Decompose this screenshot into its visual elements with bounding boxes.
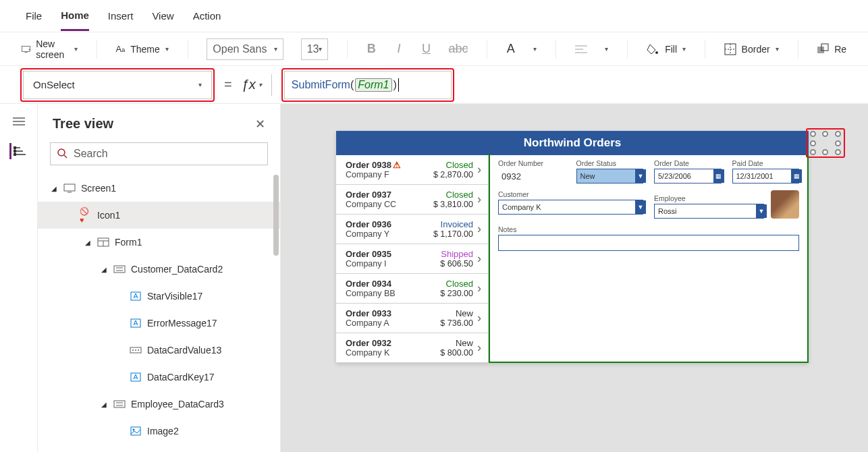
tree-item-errormessage17[interactable]: ErrorMessage17 bbox=[38, 310, 280, 337]
menu-insert[interactable]: Insert bbox=[108, 2, 134, 30]
expand-toggle[interactable]: ◢ bbox=[100, 401, 108, 408]
divider bbox=[347, 40, 348, 59]
divider bbox=[487, 40, 487, 59]
main: Tree view ✕ Search ◢Screen1🚫♥Icon1◢Form1… bbox=[0, 104, 868, 452]
warning-icon: ⚠ bbox=[393, 160, 401, 170]
order-number-value: 0932 bbox=[498, 169, 566, 183]
divider bbox=[555, 40, 556, 59]
divider bbox=[97, 40, 97, 59]
theme-button[interactable]: Aa Theme ▾ bbox=[116, 44, 169, 55]
size-value: 13 bbox=[307, 43, 319, 55]
list-item[interactable]: Order 0936Company YInvoiced$ 1,170.00› bbox=[336, 215, 488, 244]
tree-item-starvisible17[interactable]: StarVisible17 bbox=[38, 283, 280, 310]
formula-fn: SubmitForm bbox=[292, 79, 350, 91]
list-item[interactable]: Order 0932Company KNew$ 800.00› bbox=[336, 333, 488, 363]
tree-item-icon1[interactable]: 🚫♥Icon1 bbox=[38, 202, 280, 229]
employee-select[interactable]: Rossi▼ bbox=[654, 204, 764, 219]
paid-date-picker[interactable]: 12/31/2001▦ bbox=[732, 169, 800, 183]
chevron-down-icon: ▼ bbox=[756, 204, 767, 218]
order-form: Order Number 0932 Order Status New▼ Orde… bbox=[489, 154, 809, 363]
underline-button[interactable]: U bbox=[421, 40, 431, 59]
formula-input[interactable]: SubmitForm( Form1 ) bbox=[284, 71, 452, 99]
font-color-button[interactable]: A bbox=[506, 40, 516, 59]
amount: $ 2,870.00 bbox=[433, 170, 473, 179]
chevron-down-icon[interactable]: ▾ bbox=[533, 45, 537, 53]
size-select[interactable]: 13 ▾ bbox=[301, 38, 329, 60]
tree-view-icon[interactable] bbox=[9, 143, 26, 159]
tree-item-label: Employee_DataCard3 bbox=[131, 399, 224, 409]
app-title: Northwind Orders bbox=[524, 136, 622, 150]
tree-item-employee_datacard3[interactable]: ◢Employee_DataCard3 bbox=[38, 391, 280, 418]
list-item[interactable]: Order 0933Company ANew$ 736.00› bbox=[336, 304, 488, 333]
menu-view[interactable]: View bbox=[152, 2, 173, 30]
card-icon bbox=[113, 263, 126, 275]
tree-item-form1[interactable]: ◢Form1 bbox=[38, 229, 280, 256]
align-button[interactable] bbox=[575, 40, 587, 59]
input-icon bbox=[130, 344, 142, 356]
list-item[interactable]: Order 0938⚠Company FClosed$ 2,870.00› bbox=[336, 155, 488, 185]
theme-label: Theme bbox=[130, 44, 160, 55]
cursor bbox=[398, 78, 399, 92]
tree-item-datacardvalue13[interactable]: DataCardValue13 bbox=[38, 337, 280, 364]
tree-item-label: Icon1 bbox=[97, 210, 120, 221]
notes-input[interactable] bbox=[498, 235, 799, 251]
order-number: Order 0932 bbox=[346, 338, 440, 348]
scrollbar-thumb[interactable] bbox=[273, 175, 279, 256]
company-name: Company Y bbox=[346, 229, 433, 239]
menu-home[interactable]: Home bbox=[61, 1, 89, 31]
list-item[interactable]: Order 0935Company IShipped$ 606.50› bbox=[336, 244, 488, 274]
chevron-right-icon: › bbox=[477, 341, 481, 355]
ribbon: + New screen ▾ Aa Theme ▾ Open Sans ▾ 13… bbox=[0, 32, 868, 66]
font-value: Open Sans bbox=[213, 43, 267, 55]
tree-item-customer_datacard2[interactable]: ◢Customer_DataCard2 bbox=[38, 256, 280, 283]
new-screen-label: New screen bbox=[36, 38, 69, 60]
fill-button[interactable]: Fill ▾ bbox=[646, 43, 686, 55]
canvas[interactable]: Northwind Orders Order 0938⚠Compan bbox=[281, 104, 868, 452]
tree-item-image2[interactable]: Image2 bbox=[38, 418, 280, 445]
expand-toggle[interactable]: ◢ bbox=[100, 266, 108, 273]
chevron-right-icon: › bbox=[477, 252, 481, 266]
search-input[interactable]: Search bbox=[50, 142, 268, 165]
chevron-down-icon: ▾ bbox=[259, 81, 262, 88]
chevron-down-icon: ▾ bbox=[274, 45, 277, 53]
menu-action[interactable]: Action bbox=[193, 2, 221, 30]
border-label: Border bbox=[742, 44, 770, 55]
equals-sign: = bbox=[224, 77, 232, 92]
border-button[interactable]: Border ▾ bbox=[724, 43, 779, 55]
hamburger-icon[interactable] bbox=[11, 113, 27, 130]
expand-toggle[interactable]: ◢ bbox=[84, 239, 92, 246]
property-select[interactable]: OnSelect ▾ bbox=[23, 71, 212, 99]
selection-highlight bbox=[806, 128, 845, 158]
bold-button[interactable]: B bbox=[367, 40, 377, 59]
svg-point-32 bbox=[135, 349, 136, 351]
reorder-label: Re bbox=[834, 44, 846, 55]
order-date-picker[interactable]: 5/23/2006▦ bbox=[654, 169, 722, 183]
status-badge: New bbox=[440, 338, 473, 348]
svg-text:+: + bbox=[28, 47, 30, 51]
fx-button[interactable]: ƒx ▾ bbox=[242, 77, 262, 92]
list-item[interactable]: Order 0934Company BBClosed$ 230.00› bbox=[336, 274, 488, 304]
chevron-down-icon[interactable]: ▾ bbox=[605, 45, 608, 53]
menu-file[interactable]: File bbox=[26, 2, 42, 30]
svg-rect-10 bbox=[817, 47, 824, 53]
reorder-button[interactable]: Re bbox=[817, 43, 846, 55]
new-screen-button[interactable]: + New screen ▾ bbox=[22, 38, 78, 60]
font-select[interactable]: Open Sans ▾ bbox=[207, 38, 283, 60]
chevron-down-icon: ▾ bbox=[776, 45, 779, 53]
italic-button[interactable]: I bbox=[394, 40, 404, 59]
list-item[interactable]: Order 0937Company CCClosed$ 3,810.00› bbox=[336, 185, 488, 215]
close-icon[interactable]: ✕ bbox=[255, 117, 265, 132]
tree-item-screen1[interactable]: ◢Screen1 bbox=[38, 175, 280, 202]
order-status-select[interactable]: New▼ bbox=[576, 169, 644, 183]
svg-rect-17 bbox=[13, 153, 16, 156]
amount: $ 736.00 bbox=[440, 318, 473, 328]
tree-item-label: Screen1 bbox=[81, 183, 116, 194]
strike-button[interactable]: abc bbox=[449, 40, 468, 59]
tree-item-datacardkey17[interactable]: DataCardKey17 bbox=[38, 364, 280, 391]
label-icon bbox=[130, 371, 142, 383]
expand-toggle[interactable]: ◢ bbox=[50, 185, 58, 192]
chevron-down-icon: ▾ bbox=[165, 45, 169, 53]
customer-select[interactable]: Company K▼ bbox=[498, 200, 643, 215]
svg-point-33 bbox=[138, 349, 139, 351]
chevron-right-icon: › bbox=[477, 192, 481, 206]
